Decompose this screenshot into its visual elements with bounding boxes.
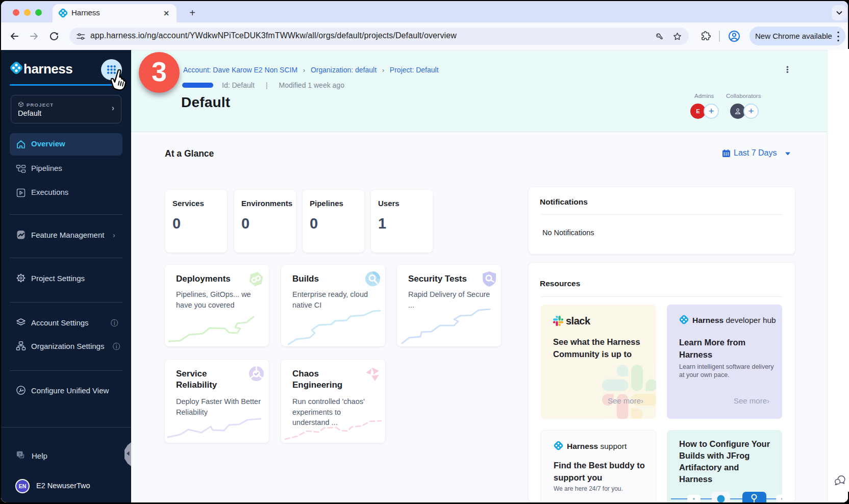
svg-text:?: ? <box>19 452 21 457</box>
